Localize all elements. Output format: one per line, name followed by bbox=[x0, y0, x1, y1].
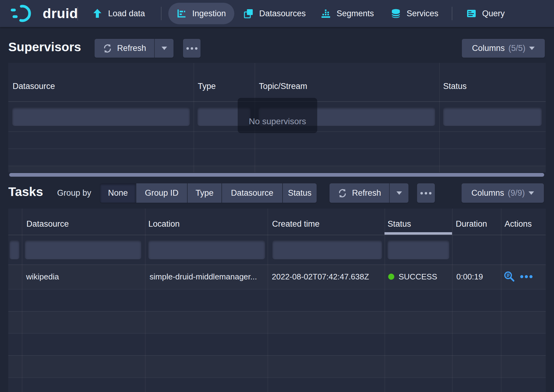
supervisors-filter-status[interactable] bbox=[443, 107, 542, 126]
tasks-header-actions[interactable]: Actions bbox=[505, 219, 532, 229]
druid-logo-icon bbox=[10, 4, 38, 23]
supervisors-refresh-button[interactable]: Refresh bbox=[95, 39, 154, 58]
magnify-details-icon[interactable] bbox=[504, 271, 515, 282]
tasks-filter-first-column[interactable] bbox=[10, 240, 19, 259]
row-divider bbox=[8, 148, 546, 149]
tasks-refresh-button[interactable]: Refresh bbox=[330, 183, 389, 203]
nav-item-services[interactable]: Services bbox=[391, 0, 439, 27]
caret-down-icon bbox=[529, 191, 534, 195]
row-stripe bbox=[8, 355, 546, 377]
tasks-filter-status[interactable] bbox=[388, 240, 449, 259]
nav-item-label: Query bbox=[482, 9, 505, 18]
supervisors-horizontal-scrollbar[interactable] bbox=[9, 173, 544, 177]
tasks-refresh-caret-button[interactable] bbox=[390, 183, 408, 203]
tasks-header-created-time[interactable]: Created time bbox=[272, 219, 320, 229]
supervisors-filter-datasource[interactable] bbox=[12, 107, 190, 126]
no-supervisors-message: No supervisors bbox=[238, 98, 317, 133]
group-by-option-none[interactable]: None bbox=[100, 183, 136, 203]
tasks-more-button[interactable] bbox=[417, 183, 435, 203]
caret-down-icon bbox=[529, 47, 535, 50]
refresh-icon bbox=[337, 188, 347, 198]
group-by-option-group-id[interactable]: Group ID bbox=[136, 183, 187, 203]
supervisors-title: Supervisors bbox=[8, 40, 81, 54]
supervisors-table: Datasource Type Topic/Stream Status No s… bbox=[8, 63, 546, 172]
task-cell-location: simple-druid-middlemanager... bbox=[150, 272, 257, 282]
row-divider bbox=[8, 377, 546, 378]
columns-label: Columns bbox=[472, 44, 505, 53]
row-stripe bbox=[8, 166, 546, 172]
row-stripe bbox=[8, 311, 546, 333]
supervisors-refresh-caret-button[interactable] bbox=[155, 39, 174, 58]
nav-item-label: Load data bbox=[108, 9, 145, 18]
group-by-option-type[interactable]: Type bbox=[188, 183, 221, 203]
task-cell-created-time: 2022-08-02T07:42:47.638Z bbox=[272, 272, 369, 282]
column-divider bbox=[439, 63, 440, 172]
supervisors-header-datasource[interactable]: Datasource bbox=[13, 82, 55, 91]
success-status-dot-icon bbox=[388, 274, 394, 280]
group-by-option-status[interactable]: Status bbox=[283, 183, 317, 203]
more-icon bbox=[186, 47, 197, 50]
group-by-label: Group by bbox=[57, 188, 91, 198]
columns-label: Columns bbox=[471, 188, 504, 198]
caret-down-icon bbox=[396, 191, 402, 195]
refresh-button-label: Refresh bbox=[352, 188, 381, 198]
supervisors-columns-dropdown[interactable]: Columns (5/5) bbox=[462, 39, 545, 58]
tasks-header-duration[interactable]: Duration bbox=[456, 219, 487, 229]
query-icon bbox=[466, 8, 477, 19]
tasks-filter-created-time[interactable] bbox=[272, 240, 382, 259]
nav-item-query[interactable]: Query bbox=[466, 0, 505, 27]
nav-divider bbox=[452, 7, 452, 20]
tasks-filter-location[interactable] bbox=[148, 240, 265, 259]
tasks-columns-dropdown[interactable]: Columns (9/9) bbox=[462, 183, 544, 203]
columns-count: (9/9) bbox=[508, 188, 525, 198]
nav-item-load-data[interactable]: Load data bbox=[92, 0, 145, 27]
status-sort-indicator bbox=[384, 232, 452, 235]
supervisors-header-status[interactable]: Status bbox=[443, 82, 467, 91]
row-divider bbox=[8, 355, 546, 356]
more-icon bbox=[420, 192, 431, 194]
segments-icon bbox=[321, 8, 331, 19]
supervisors-header-type[interactable]: Type bbox=[198, 82, 216, 91]
logo-wordmark: druid bbox=[43, 6, 78, 21]
tasks-header-status[interactable]: Status bbox=[388, 219, 411, 229]
supervisors-header-topic-stream[interactable]: Topic/Stream bbox=[259, 82, 307, 91]
status-text: SUCCESS bbox=[399, 272, 437, 282]
supervisors-more-button[interactable] bbox=[183, 39, 201, 58]
tasks-title: Tasks bbox=[8, 185, 43, 199]
row-more-icon[interactable] bbox=[520, 275, 533, 278]
columns-count: (5/5) bbox=[509, 44, 526, 53]
nav-item-label: Services bbox=[407, 9, 439, 18]
tasks-refresh-split-button: Refresh bbox=[330, 183, 408, 203]
tasks-table: Datasource Location Created time Status … bbox=[8, 209, 546, 392]
upload-icon bbox=[92, 8, 103, 19]
nav-divider bbox=[161, 7, 162, 20]
nav-item-label: Datasources bbox=[259, 9, 306, 18]
nav-item-label: Ingestion bbox=[192, 9, 226, 18]
group-by-segmented-control: None Group ID Type Datasource Status bbox=[100, 183, 317, 203]
group-by-option-datasource[interactable]: Datasource bbox=[222, 183, 282, 203]
datasources-icon bbox=[243, 8, 254, 19]
tasks-filter-datasource[interactable] bbox=[25, 240, 141, 259]
nav-divider bbox=[77, 7, 78, 20]
nav-item-label: Segments bbox=[337, 9, 374, 18]
nav-item-ingestion[interactable]: Ingestion bbox=[176, 0, 226, 27]
top-nav: druid Load data Ingestion bbox=[0, 0, 554, 27]
row-divider bbox=[8, 311, 546, 312]
tasks-header-datasource[interactable]: Datasource bbox=[26, 219, 69, 229]
supervisors-refresh-split-button: Refresh bbox=[95, 39, 174, 58]
caret-down-icon bbox=[162, 47, 167, 50]
nav-item-datasources[interactable]: Datasources bbox=[243, 0, 306, 27]
row-divider bbox=[8, 289, 546, 290]
row-divider bbox=[8, 333, 546, 334]
druid-logo[interactable]: druid bbox=[10, 0, 78, 27]
ingestion-chart-icon bbox=[176, 8, 187, 19]
refresh-button-label: Refresh bbox=[117, 44, 146, 53]
task-cell-datasource: wikipedia bbox=[26, 272, 59, 282]
services-icon bbox=[391, 8, 401, 19]
task-cell-duration: 0:00:19 bbox=[456, 272, 483, 282]
header-border bbox=[8, 235, 546, 235]
task-cell-status: SUCCESS bbox=[388, 264, 437, 289]
tasks-header-location[interactable]: Location bbox=[148, 219, 180, 229]
nav-item-segments[interactable]: Segments bbox=[321, 0, 374, 27]
druid-console: druid Load data Ingestion bbox=[0, 0, 554, 392]
